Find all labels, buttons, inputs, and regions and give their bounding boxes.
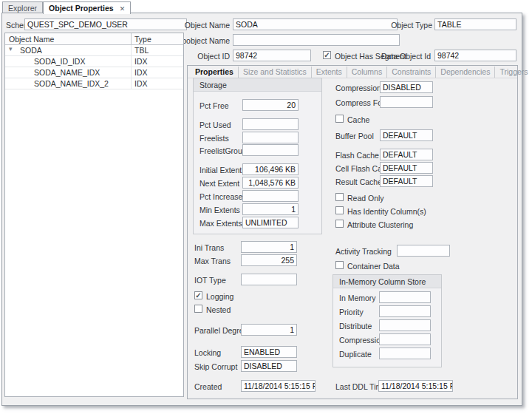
- tab-constraints[interactable]: Constraints: [387, 67, 436, 78]
- next-extent-label: Next Extent: [200, 179, 239, 188]
- tab-object-properties[interactable]: Object Properties✕: [43, 1, 131, 14]
- column-header-object-name[interactable]: Object Name: [9, 35, 54, 44]
- pct-free-label: Pct Free: [200, 101, 229, 110]
- activity-tracking-input[interactable]: [397, 245, 450, 257]
- flash-cache-label: Flash Cache: [335, 151, 379, 160]
- tab-triggers[interactable]: Triggers: [495, 67, 532, 78]
- object-name-label: Object Name: [176, 21, 230, 30]
- locking-input[interactable]: ENABLED: [241, 346, 297, 358]
- schema-input[interactable]: QUEST_SPC_DEMO_USER: [24, 18, 187, 30]
- object-has-segment-checkbox[interactable]: ✓: [323, 51, 331, 59]
- properties-panel: Properties Size and Statistics Extents C…: [187, 65, 518, 399]
- has-identity-columns-checkbox[interactable]: [335, 206, 344, 214]
- pct-free-input[interactable]: 20: [242, 99, 299, 111]
- max-trans-label: Max Trans: [194, 257, 231, 265]
- attribute-clustering-label: Attribute Clustering: [347, 220, 413, 229]
- attribute-clustering-checkbox[interactable]: [335, 220, 344, 228]
- container-data-label: Container Data: [347, 262, 400, 271]
- subobject-name-input[interactable]: [233, 34, 400, 46]
- object-tree-header[interactable]: Object Name Type: [5, 33, 183, 45]
- container-data-checkbox[interactable]: [335, 261, 344, 269]
- freelist-groups-input[interactable]: [242, 144, 299, 156]
- parallel-degree-label: Parallel Degree: [194, 326, 248, 335]
- flash-cache-input[interactable]: DEFAULT: [380, 149, 433, 160]
- last-ddl-time-input[interactable]: 11/18/2014 5:15:15 PM: [378, 380, 453, 392]
- compression-label: Compression: [335, 84, 381, 92]
- tab-properties[interactable]: Properties: [191, 67, 239, 78]
- ini-trans-label: Ini Trans: [194, 243, 224, 252]
- storage-group: Storage Pct Free 20 Pct Used Freelists F…: [193, 78, 322, 234]
- skip-corrupt-input[interactable]: DISABLED: [241, 360, 297, 372]
- column-divider: [131, 33, 132, 45]
- tab-size-and-statistics[interactable]: Size and Statistics: [239, 67, 312, 78]
- result-cache-input[interactable]: DEFAULT: [380, 175, 433, 187]
- nested-checkbox[interactable]: [194, 305, 202, 313]
- priority-input[interactable]: [379, 305, 431, 317]
- property-tabstrip: Properties Size and Statistics Extents C…: [188, 66, 517, 78]
- object-type-input[interactable]: TABLE: [434, 18, 516, 30]
- tree-row-soda-name-idx[interactable]: SODA_NAME_IDX IDX: [5, 67, 183, 78]
- initial-extent-input[interactable]: 106,496 KB: [242, 163, 299, 175]
- tree-row-soda-name-idx-2[interactable]: SODA_NAME_IDX_2 IDX: [5, 78, 183, 89]
- object-tree: Object Name Type ▾ SODA TBL SODA_ID_IDX …: [4, 33, 184, 397]
- has-identity-columns-label: Has Identity Column(s): [347, 207, 426, 216]
- cell-flash-cache-input[interactable]: DEFAULT: [380, 162, 433, 174]
- pct-used-label: Pct Used: [200, 121, 231, 129]
- tab-dependencies[interactable]: Dependencies: [436, 67, 495, 78]
- min-extents-input[interactable]: 1: [242, 203, 299, 215]
- distribute-input[interactable]: [379, 319, 431, 331]
- in-memory-label: In Memory: [339, 294, 376, 302]
- freelists-input[interactable]: [242, 132, 299, 143]
- document-tabstrip: Explorer Object Properties✕: [2, 1, 131, 13]
- min-extents-label: Min Extents: [200, 206, 240, 214]
- in-memory-group-header: In-Memory Column Store: [333, 275, 441, 288]
- buffer-pool-label: Buffer Pool: [335, 132, 374, 140]
- read-only-label: Read Only: [347, 194, 384, 203]
- result-cache-label: Result Cache: [335, 177, 382, 186]
- duplicate-input[interactable]: [379, 348, 431, 359]
- storage-group-header: Storage: [194, 78, 321, 92]
- read-only-checkbox[interactable]: [335, 193, 344, 201]
- close-icon[interactable]: ✕: [120, 5, 126, 13]
- max-extents-input[interactable]: UNLIMITED: [242, 217, 299, 228]
- tab-columns[interactable]: Columns: [347, 67, 387, 78]
- object-properties-body: Schema QUEST_SPC_DEMO_USER Object Name S…: [1, 13, 522, 406]
- created-label: Created: [194, 382, 222, 391]
- in-memory-group: In-Memory Column Store In Memory Priorit…: [332, 274, 442, 367]
- expander-icon[interactable]: ▾: [9, 45, 13, 52]
- cache-checkbox[interactable]: [335, 115, 344, 123]
- compression-input[interactable]: DISABLED: [380, 81, 433, 93]
- in-memory-input[interactable]: [379, 291, 431, 303]
- created-input[interactable]: 11/18/2014 5:15:15 PM: [241, 380, 316, 392]
- object-id-label: Object ID: [183, 52, 230, 61]
- pct-increase-input[interactable]: [242, 190, 299, 202]
- im-compression-input[interactable]: [379, 333, 431, 345]
- nested-label: Nested: [206, 305, 231, 314]
- im-compression-label: Compression: [339, 336, 385, 345]
- object-id-input[interactable]: 98742: [233, 50, 311, 61]
- distribute-label: Distribute: [339, 322, 372, 330]
- max-trans-input[interactable]: 255: [241, 254, 297, 266]
- logging-checkbox[interactable]: ✓: [194, 291, 202, 299]
- tab-extents[interactable]: Extents: [312, 67, 347, 78]
- compress-for-label: Compress For: [335, 98, 385, 107]
- priority-label: Priority: [339, 308, 364, 316]
- pct-used-input[interactable]: [242, 118, 299, 130]
- tree-row-soda-id-idx[interactable]: SODA_ID_IDX IDX: [5, 56, 183, 67]
- parallel-degree-input[interactable]: 1: [241, 324, 297, 336]
- tab-explorer[interactable]: Explorer: [2, 1, 43, 13]
- iot-type-label: IOT Type: [194, 276, 226, 285]
- buffer-pool-input[interactable]: DEFAULT: [380, 129, 433, 141]
- object-properties-window: Explorer Object Properties✕ Schema QUEST…: [0, 0, 532, 417]
- max-extents-label: Max Extents: [200, 219, 242, 228]
- column-header-type[interactable]: Type: [134, 35, 151, 44]
- tree-row-soda[interactable]: ▾ SODA TBL: [5, 45, 183, 56]
- skip-corrupt-label: Skip Corrupt: [194, 362, 237, 371]
- locking-label: Locking: [194, 348, 221, 357]
- data-object-id-input[interactable]: 98742: [434, 50, 516, 61]
- compress-for-input[interactable]: [380, 96, 433, 108]
- data-object-id-label: Data Object Id: [355, 52, 431, 61]
- next-extent-input[interactable]: 1,048,576 KB: [242, 177, 299, 189]
- ini-trans-input[interactable]: 1: [241, 241, 297, 253]
- iot-type-input[interactable]: [241, 274, 297, 285]
